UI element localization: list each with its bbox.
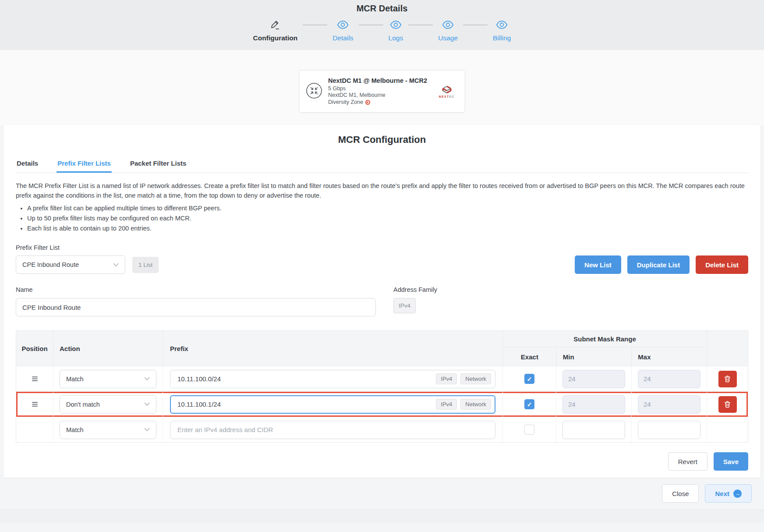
header-prefix: Prefix (163, 331, 502, 366)
table-row: Match IPv4 Network (16, 366, 748, 391)
step-details[interactable]: Details (332, 19, 353, 42)
name-row: Name Address Family IPv4 (16, 286, 748, 316)
min-input[interactable] (562, 370, 625, 388)
chevron-down-icon (144, 377, 150, 381)
duplicate-list-button[interactable]: Duplicate List (627, 255, 690, 274)
prefix-list-description: The MCR Prefix Filter List is a named li… (16, 181, 748, 200)
mcr-card[interactable]: NextDC M1 @ Melbourne - MCR2 5 Gbps Next… (299, 70, 465, 113)
action-cell: Match (53, 417, 163, 442)
prefix-rules-table: Position Action Prefix Subnet Mask Range… (16, 330, 748, 443)
eye-icon (442, 19, 454, 30)
eye-icon (390, 19, 402, 30)
next-label: Next (715, 490, 729, 497)
chevron-down-icon (113, 263, 119, 267)
drag-handle-icon[interactable] (32, 376, 38, 382)
table-row: Don't match IPv4 Network (16, 391, 748, 417)
mcr-card-text: NextDC M1 @ Melbourne - MCR2 5 Gbps Next… (328, 77, 435, 106)
min-cell (556, 366, 631, 391)
exact-checkbox[interactable] (524, 399, 534, 409)
step-logs[interactable]: Logs (389, 19, 403, 42)
step-billing[interactable]: Billing (493, 19, 511, 42)
ip-version-badge: IPv4 (436, 373, 457, 384)
tab-packet-filter-lists[interactable]: Packet Filter Lists (129, 156, 187, 173)
min-input[interactable] (562, 421, 625, 439)
prefix-filter-list-select[interactable]: CPE Inbound Route (16, 255, 125, 274)
exact-checkbox[interactable] (524, 425, 534, 435)
mcr-location: NextDC M1, Melbourne (328, 92, 435, 99)
step-connector (463, 25, 488, 25)
prefix-list-bullets: A prefix filter list can be applied mult… (16, 205, 748, 232)
position-cell (16, 366, 53, 391)
max-cell (631, 366, 707, 391)
arrow-right-circle-icon: → (733, 489, 742, 498)
step-connector (408, 25, 433, 25)
max-cell (631, 417, 707, 442)
tab-details[interactable]: Details (16, 156, 39, 173)
address-family-label: Address Family (393, 286, 437, 293)
prefix-cell: IPv4 Network (163, 366, 502, 391)
action-select[interactable]: Match (60, 421, 156, 439)
mcr-diversity-zone: Diversity Zone (328, 99, 435, 106)
action-value: Don't match (66, 401, 100, 408)
action-select[interactable]: Match (60, 370, 156, 388)
stepper: Configuration Details Logs (0, 19, 764, 42)
step-connector (359, 25, 383, 25)
prefix-input[interactable] (177, 375, 432, 383)
save-button[interactable]: Save (714, 452, 748, 471)
nextdc-logo-icon (437, 85, 457, 95)
step-connector (303, 25, 327, 25)
subnet-subheaders: Exact Min Max (503, 348, 707, 366)
exact-cell (502, 366, 556, 391)
prefix-filter-list-label: Prefix Filter List (16, 244, 748, 251)
close-button[interactable]: Close (662, 484, 699, 503)
header-max: Max (631, 348, 707, 366)
prefix-input[interactable] (177, 426, 491, 434)
next-button[interactable]: Next → (705, 484, 752, 503)
list-name-input[interactable] (16, 298, 376, 316)
action-select[interactable]: Don't match (60, 395, 156, 414)
delete-row-button[interactable] (718, 371, 737, 387)
new-list-button[interactable]: New List (575, 255, 621, 274)
step-label: Billing (493, 34, 511, 42)
prefix-input-box (170, 421, 495, 439)
delete-cell (707, 392, 748, 417)
footer-bar: Close Next → (0, 478, 764, 503)
nextdc-logo-text: NEXTDC (439, 95, 455, 98)
max-input[interactable] (638, 370, 700, 388)
diversity-zone-icon (365, 100, 370, 105)
delete-row-button[interactable] (718, 396, 737, 413)
page-header: MCR Details Configuration Details (0, 0, 764, 50)
min-input[interactable] (562, 395, 625, 414)
min-cell (556, 392, 631, 417)
exact-checkbox[interactable] (524, 374, 534, 384)
tab-prefix-filter-lists[interactable]: Prefix Filter Lists (57, 156, 112, 173)
max-input[interactable] (638, 395, 700, 414)
action-value: Match (66, 376, 84, 383)
selected-list-name: CPE Inbound Route (22, 261, 79, 268)
delete-list-button[interactable]: Delete List (696, 255, 748, 274)
header-actions-column (707, 331, 748, 366)
chevron-down-icon (144, 402, 150, 406)
max-input[interactable] (638, 421, 700, 439)
delete-cell (707, 366, 748, 391)
name-field-block: Name (16, 286, 376, 316)
prefix-cell (163, 417, 502, 442)
step-configuration[interactable]: Configuration (253, 19, 298, 42)
exact-cell (502, 417, 556, 442)
page-bottom-strip (0, 510, 764, 523)
name-label: Name (16, 286, 376, 293)
prefix-input[interactable] (177, 400, 432, 408)
address-family-block: Address Family IPv4 (393, 286, 437, 316)
list-count-badge: 1 List (132, 257, 159, 273)
eye-icon (337, 19, 349, 30)
list-selector-row: CPE Inbound Route 1 List New List Duplic… (16, 255, 748, 274)
position-cell (16, 392, 53, 417)
drag-handle-icon[interactable] (32, 401, 38, 407)
address-family-badge: IPv4 (393, 298, 416, 313)
trash-icon (724, 401, 731, 408)
action-value: Match (66, 426, 84, 433)
step-usage[interactable]: Usage (438, 19, 458, 42)
revert-button[interactable]: Revert (668, 452, 707, 471)
eye-icon (496, 19, 508, 30)
mcr-router-icon (306, 82, 322, 100)
